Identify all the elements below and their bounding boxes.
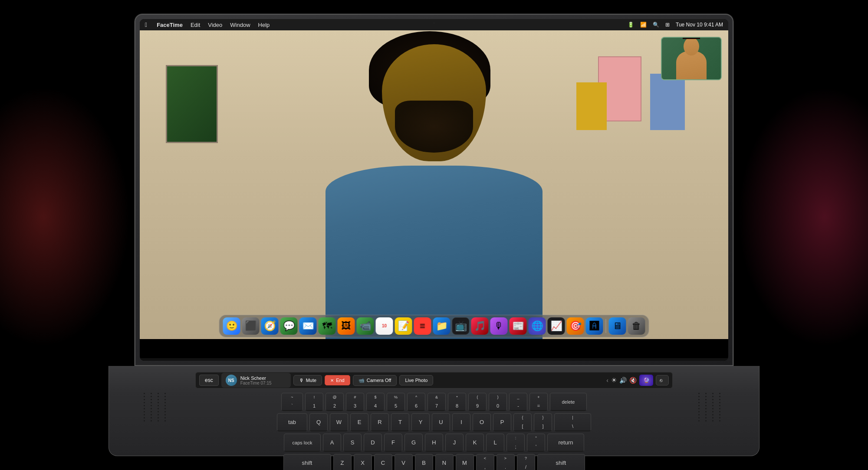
dock-icon-music[interactable]: 🎵 [471,317,489,335]
key-equals[interactable]: + = [529,393,548,411]
mic-icon: 🎙 [299,378,304,383]
tb-extra-button[interactable]: ⎋ [656,375,669,385]
key-m[interactable]: M [456,454,474,470]
tb-volume-icon[interactable]: 🔊 [619,377,627,384]
controlcenter-icon[interactable]: ⊞ [665,22,670,28]
key-minus[interactable]: _ - [509,393,527,411]
key-quote[interactable]: " ' [527,434,545,452]
dock-icon-trash[interactable]: 🗑 [628,317,645,335]
dock-icon-reminders[interactable]: ≡ [414,317,431,335]
key-return[interactable]: return [547,434,584,452]
dock-icon-keynote[interactable]: 🎯 [567,317,584,335]
menu-help[interactable]: Help [258,22,270,28]
key-0[interactable]: ) 0 [489,393,507,411]
dock-icon-ai[interactable]: 🌐 [529,317,546,335]
key-t[interactable]: T [391,413,409,431]
dock-icon-photos[interactable]: 🖼 [338,317,355,335]
speaker-right: for(let i=0;i<40;i++) document.write('<d… [698,393,724,436]
dock-icon-mail[interactable]: ✉️ [299,317,317,335]
key-shift-right[interactable]: shift [537,454,585,470]
key-x[interactable]: X [354,454,372,470]
key-i[interactable]: I [452,413,470,431]
dock-icon-facetime[interactable]: 📹 [357,317,374,335]
dock-icon-news[interactable]: 📰 [510,317,527,335]
key-6[interactable]: ^ 6 [407,393,425,411]
key-v[interactable]: V [395,454,413,470]
key-k[interactable]: K [466,434,484,452]
key-u[interactable]: U [432,413,450,431]
key-8[interactable]: * 8 [448,393,466,411]
key-backslash[interactable]: | \ [554,413,591,431]
dock-icon-appstore[interactable]: 🅰 [586,317,603,335]
key-p[interactable]: P [493,413,511,431]
key-j[interactable]: J [445,434,464,452]
key-w[interactable]: W [330,413,348,431]
tb-camera-off-button[interactable]: 📹 Camera Off [353,375,397,386]
key-7[interactable]: & 7 [427,393,446,411]
key-4[interactable]: $ 4 [366,393,385,411]
dock-icon-maps[interactable]: 🗺 [319,317,336,335]
key-shift-left[interactable]: shift [283,454,331,470]
key-l[interactable]: L [486,434,504,452]
key-capslock[interactable]: caps lock [284,434,321,452]
key-9[interactable]: ( 9 [468,393,487,411]
dock-icon-notes[interactable]: 📝 [395,317,412,335]
dock-icon-launchpad[interactable]: ⬛ [242,317,260,335]
tb-mute-volume-icon[interactable]: 🔇 [629,377,637,384]
menubar-left:  FaceTime Edit Video Window Help [145,21,270,28]
tb-caller-info: NS Nick Scheer FaceTime 07:15 [221,373,291,388]
apple-logo-icon[interactable]:  [145,21,147,28]
menu-window[interactable]: Window [230,22,250,28]
dock-icon-appletv[interactable]: 📺 [452,317,470,335]
key-tilde[interactable]: ~ ` [281,393,303,411]
key-z[interactable]: Z [333,454,352,470]
search-icon[interactable]: 🔍 [653,22,659,28]
key-y[interactable]: Y [411,413,430,431]
menu-video[interactable]: Video [208,22,222,28]
key-o[interactable]: O [473,413,491,431]
key-3[interactable]: # 3 [346,393,364,411]
key-a[interactable]: A [323,434,341,452]
key-2[interactable]: @ 2 [326,393,344,411]
key-tab[interactable]: tab [277,413,307,431]
touch-bar: esc NS Nick Scheer FaceTime 07:15 🎙 Mute… [195,372,673,388]
key-1[interactable]: ! 1 [305,393,323,411]
menu-facetime[interactable]: FaceTime [157,22,183,28]
key-period[interactable]: > . [496,454,515,470]
key-r[interactable]: R [371,413,389,431]
tb-live-photo-button[interactable]: Live Photo [399,375,433,385]
key-bracket-open[interactable]: { [ [513,413,532,431]
dock-icon-safari[interactable]: 🧭 [261,317,279,335]
key-s[interactable]: S [343,434,362,452]
menu-edit[interactable]: Edit [191,22,200,28]
key-g[interactable]: G [404,434,423,452]
key-q[interactable]: Q [309,413,328,431]
key-h[interactable]: H [425,434,443,452]
key-delete[interactable]: delete [550,393,587,411]
key-f[interactable]: F [384,434,402,452]
tb-siri-button[interactable]: 🔮 [639,375,653,386]
tb-esc-button[interactable]: esc [199,375,219,386]
key-bracket-close[interactable]: } ] [534,413,552,431]
key-semicolon[interactable]: : ; [506,434,525,452]
key-slash[interactable]: ? / [517,454,535,470]
key-5[interactable]: % 5 [387,393,405,411]
key-b[interactable]: B [415,454,433,470]
dock-icon-stocks[interactable]: 📈 [548,317,565,335]
key-n[interactable]: N [435,454,454,470]
tb-brightness-icon[interactable]: ☀ [611,376,617,384]
key-e[interactable]: E [350,413,368,431]
dock-icon-finder[interactable]: 🙂 [223,317,240,335]
tb-end-button[interactable]: ✕ End [325,375,350,385]
tb-mute-button[interactable]: 🎙 Mute [293,375,322,385]
key-d[interactable]: D [364,434,382,452]
key-row-asdf: caps lock A S D F G H J K L : ; " ' retu… [195,434,673,452]
key-c[interactable]: C [374,454,392,470]
tb-chevron-left-icon[interactable]: ‹ [606,377,608,384]
dock-icon-messages[interactable]: 💬 [280,317,298,335]
key-comma[interactable]: < , [476,454,494,470]
dock-icon-podcasts[interactable]: 🎙 [490,317,508,335]
dock-icon-calendar[interactable]: 10 [376,317,393,335]
dock-icon-screen[interactable]: 🖥 [609,317,626,335]
dock-icon-files[interactable]: 📁 [433,317,450,335]
